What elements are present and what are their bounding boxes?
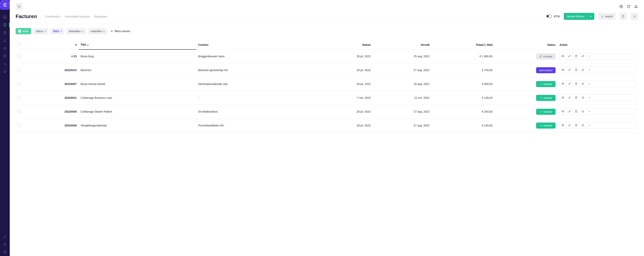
pdf-button[interactable] [573, 95, 580, 101]
col-date[interactable]: Datum [314, 40, 373, 50]
app-logo[interactable] [0, 0, 10, 10]
more-button[interactable] [586, 108, 593, 115]
settings-button[interactable] [631, 13, 638, 20]
cell-number: 20220008 [32, 105, 78, 119]
clear-filters[interactable]: filters wissen [111, 30, 130, 33]
send-button[interactable] [580, 81, 586, 87]
status-badge[interactable]: betaald [536, 81, 556, 87]
col-status[interactable]: Status [494, 40, 557, 50]
view-button[interactable] [560, 122, 566, 128]
edit-button[interactable] [566, 122, 573, 128]
add-icon[interactable] [619, 4, 623, 8]
btw-toggle[interactable] [546, 15, 552, 18]
cell-number: 20220001 [32, 91, 78, 105]
chevron-down-icon: ▾ [587, 15, 591, 18]
pdf-button[interactable] [573, 67, 580, 73]
cell-total: € 750,00 [432, 63, 494, 77]
svg-point-6 [4, 243, 6, 245]
eye-icon [562, 110, 564, 114]
edit-button[interactable] [566, 53, 573, 60]
col-total[interactable]: Totaal (- btw) [432, 40, 494, 50]
more-button[interactable] [586, 81, 593, 87]
status-badge[interactable]: betaald [536, 95, 556, 101]
trash-button[interactable] [620, 13, 627, 20]
view-button[interactable] [560, 67, 566, 73]
new-invoice-button[interactable]: nieuwe factuur ▾ [564, 13, 594, 20]
row-checkbox[interactable] [18, 68, 21, 72]
col-contact[interactable]: Contact [196, 40, 314, 50]
send-button[interactable] [580, 95, 586, 101]
filter-status-label: status [36, 30, 43, 33]
status-badge[interactable]: betaald [536, 109, 556, 115]
filter-quarters[interactable]: kwartalen ▾ [66, 28, 86, 34]
filter-year[interactable]: 2022 ▾ [50, 28, 64, 34]
row-checkbox[interactable] [18, 110, 21, 113]
svg-point-10 [634, 16, 635, 17]
nav-clock-icon[interactable] [0, 68, 10, 76]
tab-bookyears[interactable]: Boekjaren [94, 15, 108, 18]
tab-creditnotas[interactable]: Creditnota's [45, 15, 60, 18]
cell-due: 25 aug. 2022 [373, 50, 432, 63]
row-actions [560, 94, 636, 101]
search-button[interactable] [16, 3, 22, 10]
chevron-down-icon [588, 68, 591, 72]
pdf-button[interactable] [573, 53, 580, 60]
view-button[interactable] [560, 81, 566, 87]
col-number[interactable]: # [32, 40, 78, 50]
nav-cart-icon[interactable] [0, 44, 10, 52]
export-button[interactable]: export [598, 13, 616, 20]
edit-button[interactable] [566, 95, 573, 101]
nav-book-icon[interactable] [0, 13, 10, 21]
status-badge[interactable]: betaald [536, 122, 556, 128]
nav-badge-icon[interactable] [0, 240, 10, 248]
nav-help-icon[interactable] [0, 248, 10, 256]
send-button[interactable] [580, 108, 586, 115]
row-checkbox[interactable] [18, 82, 21, 85]
refresh-icon[interactable] [626, 4, 631, 8]
send-button[interactable] [580, 67, 586, 73]
more-button[interactable] [586, 53, 593, 60]
tab-periodic[interactable]: Periodieke facturen [65, 15, 90, 18]
send-icon [581, 54, 584, 58]
col-due[interactable]: Vervalt [373, 40, 432, 50]
nav-barchart-icon[interactable] [0, 232, 10, 240]
more-button[interactable] [586, 67, 593, 73]
pencil-icon [568, 110, 571, 114]
pdf-button[interactable] [573, 122, 580, 128]
col-title[interactable]: Titel▲ [78, 40, 196, 50]
nav-receipt-icon[interactable] [0, 29, 10, 37]
status-badge[interactable]: concept [536, 54, 556, 60]
edit-button[interactable] [566, 108, 573, 115]
view-button[interactable] [560, 108, 566, 115]
row-checkbox[interactable] [18, 96, 21, 99]
send-button[interactable] [580, 122, 586, 128]
nav-file-icon[interactable] [0, 21, 10, 29]
filter-status[interactable]: status ▾ [33, 28, 48, 34]
view-button[interactable] [560, 95, 566, 101]
row-actions [560, 81, 636, 87]
svg-point-1 [4, 49, 5, 50]
more-button[interactable] [586, 122, 593, 128]
bell-icon[interactable] [634, 4, 638, 8]
table-row: 20220001CoManage Business User-7 mrt. 20… [16, 91, 638, 105]
svg-point-2 [5, 49, 6, 50]
view-button[interactable] [560, 53, 566, 60]
row-checkbox[interactable] [18, 124, 21, 127]
filter-months[interactable]: maanden ▾ [88, 28, 107, 34]
cell-contact: De blokkendoos [196, 105, 314, 119]
pdf-button[interactable] [573, 81, 580, 87]
send-button[interactable] [580, 53, 586, 60]
select-all-checkbox[interactable] [18, 43, 21, 46]
filter-quarters-label: kwartalen [69, 30, 81, 33]
edit-button[interactable] [566, 81, 573, 87]
svg-point-4 [6, 64, 6, 65]
edit-button[interactable] [566, 67, 573, 73]
filter-action[interactable]: ✓ actie [16, 28, 31, 34]
more-button[interactable] [586, 95, 593, 101]
nav-chart-icon[interactable] [0, 37, 10, 44]
nav-package-icon[interactable] [0, 52, 10, 60]
row-checkbox[interactable] [18, 54, 21, 58]
pdf-button[interactable] [573, 108, 580, 115]
nav-settings-icon[interactable] [0, 60, 10, 68]
status-badge[interactable]: openstaand [536, 67, 556, 73]
